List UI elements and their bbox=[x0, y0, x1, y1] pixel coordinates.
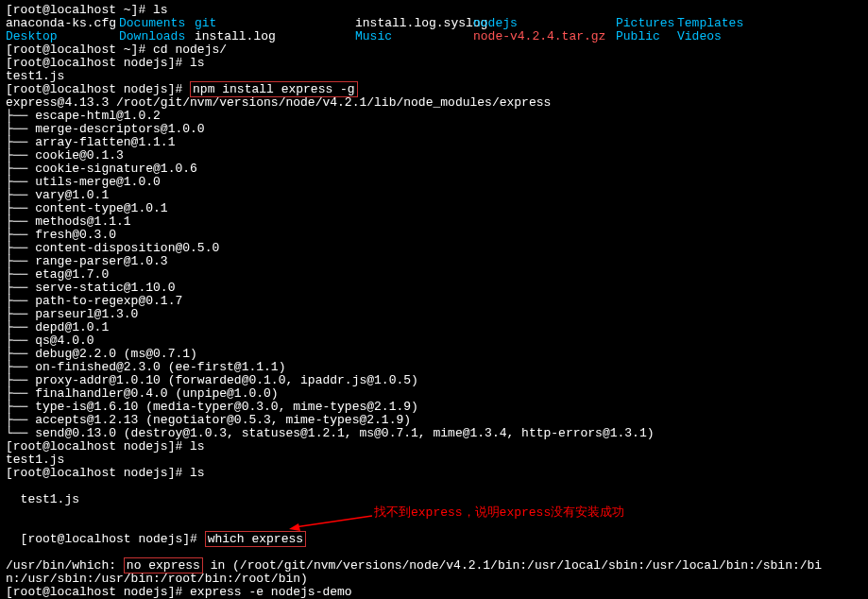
which-output-line2: n:/usr/sbin:/usr/bin:/root/bin:/root/bin… bbox=[6, 573, 862, 586]
ls-item-dir: Documents bbox=[119, 17, 195, 30]
npm-dep-line: ├── debug@2.2.0 (ms@0.7.1) bbox=[6, 348, 862, 361]
cmd-which-boxed: which express bbox=[205, 531, 306, 547]
prompt: [root@localhost nodejs]# bbox=[6, 439, 190, 454]
ls-item-dir: Desktop bbox=[6, 30, 119, 43]
ls-item: install.log bbox=[195, 30, 355, 43]
npm-dependency-tree: ├── escape-html@1.0.2├── merge-descripto… bbox=[6, 110, 862, 440]
npm-dep-line: ├── range-parser@1.0.3 bbox=[6, 255, 862, 268]
ls-output: test1.js bbox=[21, 492, 79, 506]
which-prefix: /usr/bin/which: bbox=[6, 558, 116, 573]
npm-dep-line: ├── type-is@1.6.10 (media-typer@0.3.0, m… bbox=[6, 401, 862, 414]
ls-item-dir: Music bbox=[355, 30, 473, 43]
prompt-line: [root@localhost nodejs]# ls bbox=[6, 467, 862, 480]
npm-dep-line: ├── content-disposition@0.5.0 bbox=[6, 242, 862, 255]
cmd-ls: ls bbox=[153, 3, 168, 17]
npm-dep-line: ├── accepts@1.2.13 (negotiator@0.5.3, mi… bbox=[6, 414, 862, 427]
ls-item-dir: Pictures bbox=[616, 17, 677, 30]
prompt: [root@localhost nodejs]# bbox=[21, 532, 205, 546]
which-path: in (/root/git/nvm/versions/node/v4.2.1/b… bbox=[203, 558, 822, 573]
npm-dep-line: └── send@0.13.0 (destroy@1.0.3, statuses… bbox=[6, 427, 862, 440]
prompt: [root@localhost ~]# bbox=[6, 43, 153, 57]
npm-dep-line: ├── parseurl@1.3.0 bbox=[6, 308, 862, 321]
npm-dep-line: ├── depd@1.0.1 bbox=[6, 321, 862, 334]
ls-output-with-annotation: test1.js 找不到express，说明express没有安装成功 bbox=[6, 480, 862, 520]
ls-item-dir: git bbox=[195, 17, 355, 30]
prompt-line: [root@localhost nodejs]# ls bbox=[6, 57, 862, 70]
prompt: [root@localhost nodejs]# bbox=[6, 585, 190, 599]
npm-dep-line: ├── escape-html@1.0.2 bbox=[6, 110, 862, 123]
prompt: [root@localhost nodejs]# bbox=[6, 82, 190, 96]
npm-dep-line: ├── etag@1.7.0 bbox=[6, 268, 862, 282]
cmd-ls: ls bbox=[190, 466, 205, 480]
prompt-line: [root@localhost nodejs]# npm install exp… bbox=[6, 83, 862, 96]
prompt-line: [root@localhost nodejs]# ls bbox=[6, 440, 862, 454]
ls-item-dir: nodejs bbox=[473, 17, 616, 30]
npm-dep-line: ├── fresh@0.3.0 bbox=[6, 229, 862, 242]
npm-dep-line: ├── array-flatten@1.1.1 bbox=[6, 136, 862, 149]
npm-dep-line: ├── on-finished@2.3.0 (ee-first@1.1.1) bbox=[6, 361, 862, 374]
npm-dep-line: ├── utils-merge@1.0.0 bbox=[6, 176, 862, 189]
npm-dep-line: ├── merge-descriptors@1.0.0 bbox=[6, 123, 862, 136]
npm-output-header: express@4.13.3 /root/git/nvm/versions/no… bbox=[6, 96, 862, 110]
npm-dep-line: ├── finalhandler@0.4.0 (unpipe@1.0.0) bbox=[6, 387, 862, 401]
prompt-line: [root@localhost ~]# cd nodejs/ bbox=[6, 43, 862, 57]
npm-dep-line: ├── serve-static@1.10.0 bbox=[6, 282, 862, 295]
ls-item: anaconda-ks.cfg bbox=[6, 17, 119, 30]
ls-item-dir: Templates bbox=[677, 17, 862, 30]
prompt-line: [root@localhost nodejs]# express -e node… bbox=[6, 586, 862, 599]
ls-item-dir: Public bbox=[616, 30, 677, 43]
npm-dep-line: ├── methods@1.1.1 bbox=[6, 215, 862, 229]
prompt-line-which: [root@localhost nodejs]# which express bbox=[6, 520, 862, 559]
which-output-line1: /usr/bin/which: no express in (/root/git… bbox=[6, 559, 862, 573]
npm-dep-line: ├── qs@4.0.0 bbox=[6, 334, 862, 348]
ls-item-dir: Videos bbox=[677, 30, 862, 43]
svg-marker-1 bbox=[289, 523, 300, 531]
npm-dep-line: ├── path-to-regexp@0.1.7 bbox=[6, 295, 862, 308]
arrow-icon bbox=[289, 514, 374, 533]
npm-dep-line: ├── vary@1.0.1 bbox=[6, 189, 862, 202]
cmd-express: express -e nodejs-demo bbox=[190, 585, 352, 599]
npm-dep-line: ├── cookie-signature@1.0.6 bbox=[6, 163, 862, 176]
ls-output: test1.js bbox=[6, 454, 862, 467]
prompt: [root@localhost nodejs]# bbox=[6, 56, 190, 70]
prompt: [root@localhost ~]# bbox=[6, 3, 153, 17]
prompt-line: [root@localhost ~]# ls bbox=[6, 4, 862, 17]
annotation-text: 找不到express，说明express没有安装成功 bbox=[374, 506, 624, 520]
svg-line-0 bbox=[295, 516, 372, 527]
ls-output-row1: anaconda-ks.cfg Documents git install.lo… bbox=[6, 17, 862, 30]
npm-dep-line: ├── proxy-addr@1.0.10 (forwarded@0.1.0, … bbox=[6, 374, 862, 387]
ls-item: install.log.syslog bbox=[355, 17, 473, 30]
npm-dep-line: ├── content-type@1.0.1 bbox=[6, 202, 862, 215]
cmd-ls: ls bbox=[190, 56, 205, 70]
prompt: [root@localhost nodejs]# bbox=[6, 466, 190, 480]
ls-item-dir: Downloads bbox=[119, 30, 195, 43]
cmd-ls: ls bbox=[190, 439, 205, 454]
npm-dep-line: ├── cookie@0.1.3 bbox=[6, 149, 862, 163]
ls-output-row2: Desktop Downloads install.log Music node… bbox=[6, 30, 862, 43]
ls-output: test1.js bbox=[6, 70, 862, 83]
cmd-cd: cd nodejs/ bbox=[153, 43, 227, 57]
ls-item-archive: node-v4.2.4.tar.gz bbox=[473, 30, 616, 43]
